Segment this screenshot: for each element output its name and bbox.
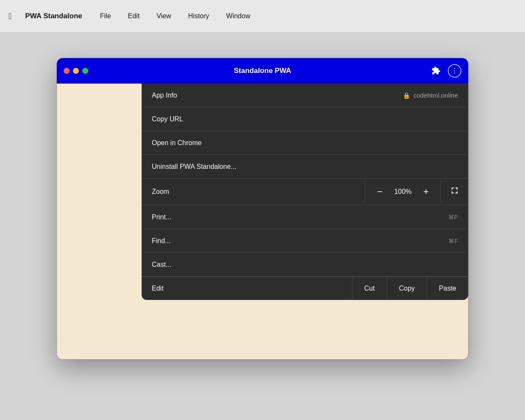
lock-icon: 🔒: [403, 92, 410, 99]
edit-row: Edit Cut Copy Paste: [142, 277, 468, 300]
app-name[interactable]: PWA Standalone: [25, 12, 82, 20]
print-label: Print...: [152, 213, 171, 221]
zoom-value: 100%: [393, 188, 413, 196]
window-title: Standalone PWA: [234, 67, 291, 75]
close-button[interactable]: [64, 68, 70, 74]
paste-button[interactable]: Paste: [427, 277, 468, 300]
menu-item-copy-url[interactable]: Copy URL: [142, 107, 468, 131]
app-info-label: App Info: [152, 92, 177, 99]
menubar-view[interactable]: View: [154, 11, 173, 22]
menubar:  PWA Standalone File Edit View History …: [0, 0, 525, 33]
menu-item-app-info[interactable]: App Info 🔒 codehtml.online: [142, 84, 468, 107]
uninstall-label: Uninstall PWA Standalone...: [152, 163, 237, 171]
zoom-label: Zoom: [142, 181, 365, 202]
fullscreen-button[interactable]: [441, 179, 468, 205]
print-row: Print... ⌘P: [152, 213, 458, 221]
copy-url-label: Copy URL: [152, 115, 183, 123]
zoom-increase-button[interactable]: +: [422, 187, 430, 196]
edit-label: Edit: [142, 277, 352, 300]
menu-item-print[interactable]: Print... ⌘P: [142, 205, 468, 229]
apple-menu-icon[interactable]: : [8, 11, 11, 21]
find-label: Find...: [152, 237, 170, 245]
fullscreen-icon: [450, 185, 460, 198]
print-shortcut: ⌘P: [448, 214, 458, 221]
content-area: Standalone PWA ⋮ App Info: [0, 33, 525, 420]
site-url-section: 🔒 codehtml.online: [403, 92, 458, 99]
app-window: Standalone PWA ⋮ App Info: [57, 58, 468, 359]
open-chrome-label: Open in Chrome: [152, 139, 201, 147]
menu-item-cast[interactable]: Cast...: [142, 253, 468, 277]
find-row: Find... ⌘F: [152, 237, 458, 245]
zoom-row: Zoom − 100% +: [142, 179, 468, 205]
traffic-lights: [64, 68, 88, 74]
more-options-icon[interactable]: ⋮: [448, 64, 461, 78]
menu-item-open-chrome[interactable]: Open in Chrome: [142, 131, 468, 155]
menubar-window[interactable]: Window: [223, 11, 253, 22]
zoom-controls: − 100% +: [365, 180, 441, 203]
window-body: App Info 🔒 codehtml.online Copy URL Open…: [57, 84, 468, 359]
maximize-button[interactable]: [82, 68, 88, 74]
extensions-icon[interactable]: [429, 64, 443, 78]
menubar-file[interactable]: File: [98, 11, 114, 22]
title-bar: Standalone PWA ⋮: [57, 58, 468, 84]
minimize-button[interactable]: [73, 68, 79, 74]
cast-label: Cast...: [152, 261, 171, 269]
site-url: codehtml.online: [413, 92, 458, 99]
zoom-decrease-button[interactable]: −: [375, 187, 384, 196]
dropdown-menu: App Info 🔒 codehtml.online Copy URL Open…: [142, 84, 468, 300]
menubar-history[interactable]: History: [186, 11, 212, 22]
menubar-edit[interactable]: Edit: [126, 11, 142, 22]
menu-item-find[interactable]: Find... ⌘F: [142, 229, 468, 253]
title-bar-actions: ⋮: [429, 64, 461, 78]
find-shortcut: ⌘F: [448, 238, 458, 244]
menu-item-uninstall[interactable]: Uninstall PWA Standalone...: [142, 155, 468, 179]
copy-button[interactable]: Copy: [387, 277, 427, 300]
cut-button[interactable]: Cut: [352, 277, 387, 300]
